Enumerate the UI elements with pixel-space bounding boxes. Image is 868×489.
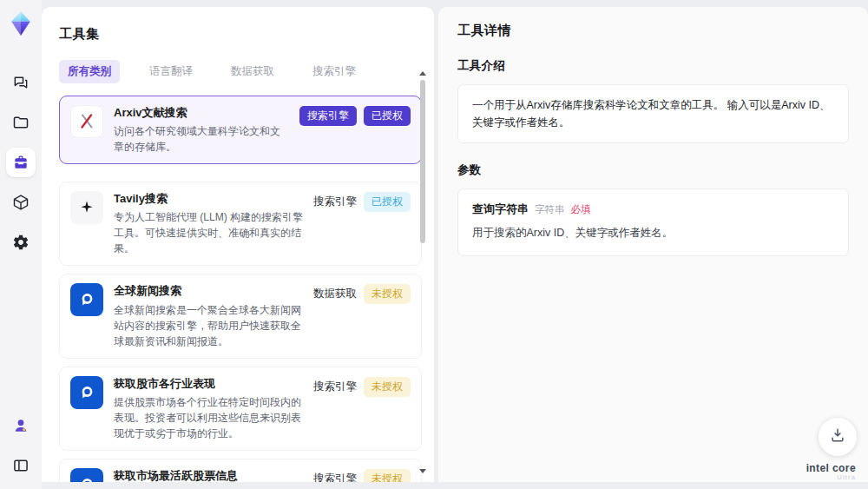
- chat-icon: [12, 74, 30, 91]
- tool-description: 访问各个研究领域大量科学论文和文章的存储库。: [114, 123, 289, 155]
- intel-core-logo: intel core Ultra: [806, 463, 856, 482]
- cube-icon: [12, 194, 30, 211]
- auth-status-badge: 已授权: [364, 192, 411, 212]
- tool-description: 提供股票市场各个行业在特定时间段内的表现。投资者可以利用这些信息来识别表现优于或…: [114, 394, 303, 441]
- tool-intro-text: 一个用于从Arxiv存储库搜索科学论文和文章的工具。 输入可以是Arxiv ID…: [457, 84, 849, 143]
- app-logo-icon: [8, 10, 34, 36]
- news-provider-logo-icon: [70, 283, 103, 316]
- sidebar-item-collapse[interactable]: [6, 451, 36, 480]
- tab-data-fetch[interactable]: 数据获取: [222, 60, 283, 83]
- tool-card-most-active-stocks[interactable]: 获取市场最活跃股票信息 提供当天交易量最高的股票列表，投资者可以利用这些信息来识…: [59, 459, 422, 482]
- auth-status-badge: 未授权: [364, 469, 411, 482]
- app-window: 工具集 所有类别 语言翻译 数据获取 搜索引擎 A: [0, 0, 868, 489]
- parameter-card: 查询字符串 字符串 必填 用于搜索的Arxiv ID、关键字或作者姓名。: [457, 188, 849, 256]
- tab-all-categories[interactable]: 所有类别: [59, 60, 120, 83]
- tool-description: 全球新闻搜索是一个聚合全球各大新闻网站内容的搜索引擎，帮助用户快速获取全球最新资…: [114, 302, 303, 349]
- tool-title: Arxiv文献搜索: [114, 105, 289, 121]
- category-label: 搜索引擎: [313, 472, 357, 482]
- list-scrollbar[interactable]: [419, 71, 426, 473]
- sidebar-item-chat[interactable]: [6, 68, 36, 97]
- params-heading: 参数: [457, 162, 849, 178]
- tool-card-list: Arxiv文献搜索 访问各个研究领域大量科学论文和文章的存储库。 搜索引擎 已授…: [59, 96, 422, 482]
- brand-subtext: Ultra: [806, 474, 856, 482]
- category-label: 搜索引擎: [313, 195, 357, 209]
- sidebar-item-models[interactable]: [6, 188, 36, 217]
- page-title: 工具集: [59, 26, 422, 43]
- sidebar-item-files[interactable]: [6, 108, 36, 137]
- category-tabs: 所有类别 语言翻译 数据获取 搜索引擎: [59, 60, 422, 83]
- tools-list-panel: 工具集 所有类别 语言翻译 数据获取 搜索引擎 A: [42, 7, 434, 482]
- download-icon: [829, 426, 846, 447]
- scrollbar-thumb[interactable]: [420, 80, 425, 243]
- auth-status-badge: 未授权: [364, 284, 411, 304]
- param-type: 字符串: [535, 203, 565, 216]
- news-provider-logo-icon: [70, 468, 103, 482]
- arxiv-logo-icon: [70, 105, 103, 138]
- category-label: 搜索引擎: [313, 380, 357, 394]
- param-required-flag: 必填: [571, 203, 591, 216]
- scroll-down-icon[interactable]: [419, 469, 426, 473]
- auth-status-badge: 未授权: [364, 377, 411, 397]
- tavily-star-icon: [70, 191, 103, 224]
- tab-language-translation[interactable]: 语言翻译: [141, 60, 201, 83]
- news-provider-logo-icon: [70, 376, 103, 409]
- sidebar-rail: [0, 0, 42, 489]
- tool-title: 全球新闻搜索: [114, 283, 303, 299]
- intro-heading: 工具介绍: [457, 58, 849, 74]
- content-area: 工具集 所有类别 语言翻译 数据获取 搜索引擎 A: [42, 0, 868, 489]
- tool-detail-panel: 工具详情 工具介绍 一个用于从Arxiv存储库搜索科学论文和文章的工具。 输入可…: [438, 7, 868, 482]
- tool-title: 获取市场最活跃股票信息: [114, 468, 303, 482]
- tool-title: 获取股市各行业表现: [114, 376, 303, 392]
- sidebar-item-settings[interactable]: [6, 228, 36, 257]
- tool-card-arxiv[interactable]: Arxiv文献搜索 访问各个研究领域大量科学论文和文章的存储库。 搜索引擎 已授…: [59, 96, 422, 164]
- toolbox-icon: [12, 154, 30, 171]
- auth-status-badge: 已授权: [364, 106, 411, 126]
- param-description: 用于搜索的Arxiv ID、关键字或作者姓名。: [472, 225, 834, 241]
- sidebar-item-account[interactable]: [6, 411, 36, 440]
- download-button[interactable]: [819, 418, 857, 456]
- param-name: 查询字符串: [472, 202, 529, 217]
- scroll-up-icon[interactable]: [419, 71, 426, 76]
- user-icon: [12, 417, 30, 434]
- gear-icon: [12, 234, 30, 251]
- tool-card-global-news[interactable]: 全球新闻搜索 全球新闻搜索是一个聚合全球各大新闻网站内容的搜索引擎，帮助用户快速…: [59, 274, 422, 358]
- detail-title: 工具详情: [457, 23, 849, 39]
- tab-search-engine[interactable]: 搜索引擎: [304, 60, 365, 83]
- sidebar-item-tools[interactable]: [6, 148, 36, 177]
- panel-toggle-icon: [12, 457, 30, 474]
- tool-card-tavily[interactable]: Tavily搜索 专为人工智能代理 (LLM) 构建的搜索引擎工具。可快速提供实…: [59, 182, 422, 266]
- tool-title: Tavily搜索: [114, 191, 303, 207]
- tool-card-sector-performance[interactable]: 获取股市各行业表现 提供股票市场各个行业在特定时间段内的表现。投资者可以利用这些…: [59, 367, 422, 451]
- category-badge: 搜索引擎: [299, 106, 357, 126]
- folder-icon: [12, 114, 30, 131]
- tool-description: 专为人工智能代理 (LLM) 构建的搜索引擎工具。可快速提供实时、准确和真实的结…: [114, 209, 303, 256]
- category-label: 数据获取: [313, 287, 357, 301]
